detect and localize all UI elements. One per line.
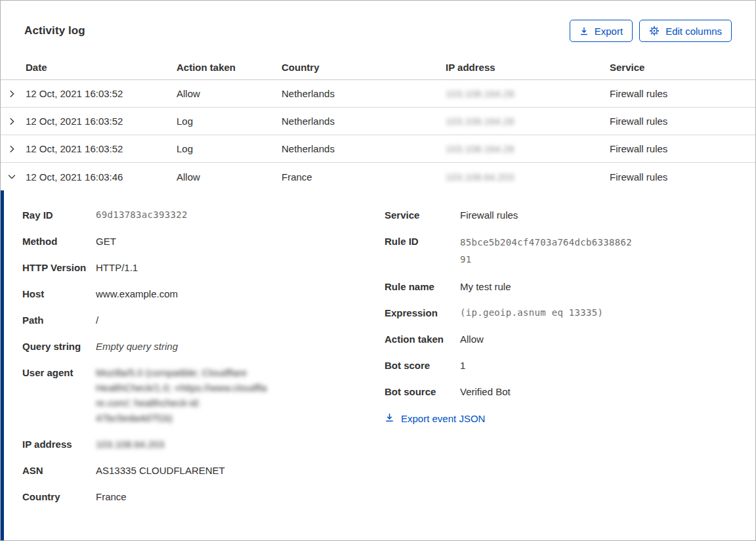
redacted-ip: 103.108.64.203 (96, 437, 164, 452)
detail-label: Ray ID (22, 207, 96, 223)
export-button[interactable]: Export (570, 20, 633, 42)
cell-action-taken: Allow (177, 171, 282, 183)
detail-host: Host www.example.com (22, 286, 385, 301)
detail-bot-score: Bot score 1 (385, 358, 736, 373)
cell-ip-address: 103.108.164.28 (446, 143, 610, 154)
detail-country: Country France (22, 489, 385, 504)
table-row[interactable]: 12 Oct, 2021 16:03:52 Log Netherlands 10… (1, 135, 755, 163)
cell-service: Firewall rules (610, 171, 755, 183)
detail-label: User agent (22, 365, 96, 380)
detail-service: Service Firewall rules (385, 207, 736, 223)
detail-label: Action taken (385, 332, 460, 347)
detail-method: Method GET (22, 234, 385, 249)
export-event-json-label: Export event JSON (401, 413, 485, 424)
detail-asn: ASN AS13335 CLOUDFLARENET (22, 463, 385, 478)
detail-label: Method (22, 234, 96, 249)
detail-value: France (96, 489, 127, 504)
cell-date: 12 Oct, 2021 16:03:52 (26, 88, 177, 99)
download-icon (385, 412, 394, 425)
chevron-right-icon[interactable] (1, 89, 26, 98)
detail-label: Rule ID (385, 234, 460, 249)
redacted-line: HealthCheck/1.0; +https://www.cloudfla (96, 380, 267, 395)
detail-value: HTTP/1.1 (96, 260, 138, 275)
detail-value: Firewall rules (460, 207, 518, 223)
cell-date: 12 Oct, 2021 16:03:46 (26, 171, 177, 183)
cell-ip-address: 103.108.64.203 (446, 171, 610, 183)
detail-value: AS13335 CLOUDFLARENET (96, 463, 225, 478)
detail-value: 85bce5b204cf4703a764dcb633886291 (460, 234, 635, 268)
detail-http-version: HTTP Version HTTP/1.1 (22, 260, 385, 275)
detail-column-left: Ray ID 69d13783ac393322 Method GET HTTP … (22, 207, 385, 540)
detail-label: HTTP Version (22, 260, 96, 275)
detail-value: 69d13783ac393322 (96, 207, 188, 223)
detail-value: GET (96, 234, 116, 249)
detail-label: Path (22, 313, 96, 328)
activity-log-panel: Activity log Export (0, 0, 756, 541)
table-row[interactable]: 12 Oct, 2021 16:03:52 Log Netherlands 10… (1, 108, 755, 135)
detail-path: Path / (22, 313, 385, 328)
cell-service: Firewall rules (610, 88, 755, 99)
event-detail-panel: Ray ID 69d13783ac393322 Method GET HTTP … (1, 190, 755, 540)
column-header-action-taken: Action taken (177, 62, 282, 79)
detail-ray-id: Ray ID 69d13783ac393322 (22, 207, 385, 223)
detail-value: My test rule (460, 279, 511, 294)
detail-action-taken: Action taken Allow (385, 332, 736, 347)
column-header-date: Date (26, 62, 177, 79)
redacted-ip: 103.108.164.28 (446, 88, 514, 99)
detail-query-string: Query string Empty query string (22, 339, 385, 354)
chevron-down-icon[interactable] (1, 172, 26, 181)
gear-icon (649, 26, 660, 36)
redacted-user-agent: Mozilla/5.0 (compatible; Cloudflare Heal… (96, 365, 267, 425)
detail-user-agent: User agent Mozilla/5.0 (compatible; Clou… (22, 365, 385, 425)
download-icon (579, 26, 589, 36)
topbar: Activity log Export (1, 1, 755, 42)
detail-label: IP address (22, 437, 96, 452)
cell-country: Netherlands (282, 143, 446, 154)
cell-service: Firewall rules (610, 143, 755, 154)
redacted-line: 47bc5eda4d7f1b) (96, 410, 267, 425)
detail-label: Bot score (385, 358, 460, 373)
detail-value: 1 (460, 358, 465, 373)
detail-label: Bot source (385, 384, 460, 399)
edit-columns-button[interactable]: Edit columns (639, 20, 732, 42)
detail-value: Verified Bot (460, 384, 511, 399)
edit-columns-button-label: Edit columns (665, 26, 722, 37)
detail-label: Service (385, 207, 460, 223)
cell-action-taken: Allow (177, 88, 282, 99)
detail-expression: Expression (ip.geoip.asnum eq 13335) (385, 305, 736, 320)
cell-ip-address: 103.108.164.28 (446, 116, 610, 127)
toolbar: Export Edit columns (570, 20, 732, 42)
redacted-line: Mozilla/5.0 (compatible; Cloudflare (96, 365, 267, 380)
table-header-spacer (1, 73, 26, 79)
page-title: Activity log (24, 24, 85, 37)
table-header-row: Date Action taken Country IP address Ser… (1, 42, 755, 80)
cell-action-taken: Log (177, 116, 282, 127)
detail-value: www.example.com (96, 286, 178, 301)
chevron-right-icon[interactable] (1, 144, 26, 154)
detail-label: Rule name (385, 279, 460, 294)
cell-country: Netherlands (282, 88, 446, 99)
detail-column-right: Service Firewall rules Rule ID 85bce5b20… (385, 207, 736, 540)
column-header-country: Country (282, 62, 446, 79)
detail-label: ASN (22, 463, 96, 478)
redacted-line: re.com/; healthcheck-id: (96, 395, 267, 410)
table-row[interactable]: 12 Oct, 2021 16:03:52 Allow Netherlands … (1, 80, 755, 108)
detail-label: Query string (22, 339, 96, 354)
cell-date: 12 Oct, 2021 16:03:52 (26, 143, 177, 154)
chevron-right-icon[interactable] (1, 117, 26, 126)
table-row-expanded[interactable]: 12 Oct, 2021 16:03:46 Allow France 103.1… (1, 163, 755, 190)
redacted-ip: 103.108.164.28 (446, 143, 514, 154)
cell-date: 12 Oct, 2021 16:03:52 (26, 116, 177, 127)
detail-value: (ip.geoip.asnum eq 13335) (460, 305, 603, 320)
cell-country: Netherlands (282, 116, 446, 127)
redacted-ip: 103.108.164.28 (446, 116, 514, 127)
cell-action-taken: Log (177, 143, 282, 154)
detail-rule-id: Rule ID 85bce5b204cf4703a764dcb633886291 (385, 234, 736, 268)
detail-label: Host (22, 286, 96, 301)
column-header-service: Service (610, 62, 755, 79)
export-event-json-link[interactable]: Export event JSON (385, 412, 485, 425)
cell-ip-address: 103.108.164.28 (446, 88, 610, 99)
cell-service: Firewall rules (610, 116, 755, 127)
detail-value: Empty query string (96, 339, 178, 354)
detail-value: Allow (460, 332, 484, 347)
